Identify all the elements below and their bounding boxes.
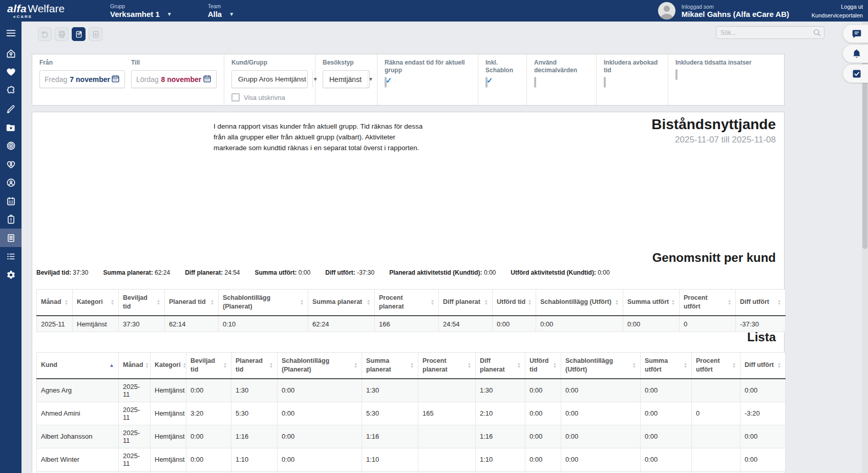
table-row[interactable]: Agnes Arg2025-11Hemtjänst0:001:300:001:3… — [37, 379, 786, 402]
column-header[interactable]: Kategori▲▼ — [151, 353, 186, 379]
search-input[interactable] — [716, 26, 824, 39]
notifications-button[interactable] — [842, 44, 868, 63]
reset-button[interactable] — [38, 27, 52, 41]
print-button[interactable] — [55, 27, 69, 41]
filter-checkbox[interactable] — [485, 77, 488, 88]
group-select[interactable]: Grupp Verksamhet 1▼ — [110, 3, 172, 18]
column-header[interactable]: Månad▲▼ — [119, 353, 151, 379]
table-cell: -3:20 — [740, 402, 786, 425]
vertical-scrollbar[interactable] — [862, 22, 868, 473]
portal-link[interactable]: Kundserviceportalen — [812, 12, 863, 18]
column-header-label: Utförd tid — [530, 357, 551, 374]
column-header-label: Schablontillägg (Utfört) — [540, 298, 611, 306]
table-cell: Alf Svensson — [37, 471, 119, 473]
sidebar-item-client-care[interactable] — [0, 155, 22, 173]
sort-icon: ▲▼ — [728, 299, 731, 305]
column-header[interactable]: Utförd tid▲▼ — [525, 353, 561, 379]
sidebar-item-signing[interactable] — [0, 99, 22, 118]
table-cell: 0:00 — [561, 402, 641, 425]
sidebar-item-settings[interactable] — [0, 265, 22, 284]
column-header[interactable]: Procent planerat▲▼ — [418, 353, 476, 379]
table-cell: 0 — [692, 402, 740, 425]
column-header[interactable]: Diff planerat▲▼ — [439, 290, 493, 316]
kundgrupp-select[interactable]: Grupp Aros Hemtjänst ▼ — [231, 70, 308, 88]
from-date-picker[interactable]: Fredag 7 november — [39, 70, 125, 88]
column-header[interactable]: Diff planerat▲▼ — [476, 353, 525, 379]
puzzle-icon — [6, 86, 16, 95]
logout-link[interactable]: Logga ut — [841, 4, 863, 10]
team-label: Team — [208, 3, 234, 9]
sidebar-item-modules[interactable] — [0, 81, 22, 99]
table-row[interactable]: Albert Winter2025-11Hemtjänst0:001:100:0… — [37, 448, 786, 471]
column-header[interactable]: Planerad tid▲▼ — [165, 290, 219, 316]
visa-utskrivna-checkbox[interactable] — [231, 93, 240, 101]
column-header[interactable]: Schablontillägg (Planerat)▲▼ — [278, 353, 362, 379]
filter-checkbox-label: Räkna endast tid för aktuell grupp — [385, 59, 471, 74]
summary-stat: Beviljad tid: 37:30 — [36, 269, 88, 276]
table-row[interactable]: Ahmed Amini2025-11Hemtjänst3:205:300:005… — [37, 402, 786, 425]
besokstyp-select[interactable]: Hemtjänst ▼ — [323, 70, 370, 88]
table-row[interactable]: Albert Johansson2025-11Hemtjänst0:001:16… — [37, 425, 786, 448]
till-date-picker[interactable]: Lördag 8 november — [131, 70, 217, 88]
chat-button[interactable] — [842, 24, 868, 43]
table-cell: Hemtjänst — [151, 379, 186, 402]
column-header[interactable]: Schablontillägg (Utfört)▲▼ — [536, 290, 623, 316]
column-header[interactable]: Diff utfört▲▼ — [740, 353, 786, 379]
sidebar-item-goals[interactable] — [0, 136, 22, 155]
sort-icon: ▲▼ — [732, 362, 736, 368]
avatar[interactable] — [658, 2, 675, 19]
column-header[interactable]: Månad▲▼ — [37, 290, 73, 316]
sidebar-item-clients[interactable] — [0, 173, 22, 192]
column-header[interactable]: Summa utfört▲▼ — [641, 353, 692, 379]
column-header[interactable]: Kategori▲▼ — [73, 290, 119, 316]
column-header[interactable]: Diff utfört▲▼ — [736, 290, 786, 316]
table-row[interactable]: 2025-11Hemtjänst37:3062:140:1062:2416624… — [37, 316, 786, 332]
sort-icon: ▲▼ — [484, 299, 488, 305]
column-header-label: Summa utfört — [645, 357, 682, 374]
column-header[interactable]: Summa planerat▲▼ — [308, 290, 375, 316]
sort-icon: ▲▼ — [553, 362, 557, 368]
column-header[interactable]: Summa planerat▲▼ — [362, 353, 418, 379]
print-icon — [58, 30, 66, 38]
app-window: alfaWelfare eCARE Grupp Verksamhet 1▼ Te… — [0, 0, 868, 473]
sidebar-item-reports[interactable] — [0, 229, 22, 247]
new-report-button[interactable] — [72, 27, 86, 41]
reset-icon — [41, 30, 49, 38]
column-header[interactable]: Beviljad tid▲▼ — [186, 353, 231, 379]
column-header[interactable]: Summa utfört▲▼ — [623, 290, 680, 316]
sidebar-item-care[interactable] — [0, 63, 22, 81]
table-cell: -37:30 — [736, 316, 786, 332]
table-row[interactable]: Alf Svensson2025-11Hemtjänst0:001:250:00… — [37, 471, 786, 473]
team-select[interactable]: Team Alla▼ — [208, 3, 234, 18]
column-header[interactable]: Schablontillägg (Utfört)▲▼ — [561, 353, 641, 379]
column-header[interactable]: Kund▲ — [37, 353, 119, 379]
summary-stat: Utförd aktivitetstid (Kundtid): 0:00 — [511, 269, 609, 276]
sidebar-item-archive[interactable] — [0, 118, 22, 136]
export-button[interactable] — [89, 27, 102, 41]
table-cell: 1:16 — [476, 425, 525, 448]
column-header[interactable]: Schablontillägg (Planerat)▲▼ — [219, 290, 308, 316]
sidebar-item-tasks[interactable] — [0, 210, 22, 229]
sidebar-item-menu[interactable] — [0, 22, 22, 44]
sidebar-item-home[interactable] — [0, 44, 22, 63]
column-header[interactable]: Utförd tid▲▼ — [493, 290, 536, 316]
column-header[interactable]: Procent planerat▲▼ — [375, 290, 439, 316]
sort-icon: ▲▼ — [269, 362, 273, 368]
column-header-label: Procent planerat — [422, 357, 465, 374]
column-header[interactable]: Planerad tid▲▼ — [231, 353, 278, 379]
sidebar-item-lists[interactable] — [0, 247, 22, 265]
filter-checkbox[interactable] — [534, 77, 536, 88]
besokstyp-value: Hemtjänst — [323, 75, 368, 84]
filter-checkbox[interactable] — [675, 69, 678, 80]
table-cell: 0:00 — [623, 316, 680, 332]
filter-checkbox[interactable] — [604, 77, 606, 88]
sidebar-item-calendar[interactable] — [0, 192, 22, 210]
list-table: Kund▲Månad▲▼Kategori▲▼Beviljad tid▲▼Plan… — [36, 352, 786, 473]
tasks-check-button[interactable] — [842, 64, 868, 83]
column-header[interactable]: Beviljad tid▲▼ — [119, 290, 165, 316]
sort-icon: ▲▼ — [615, 299, 619, 305]
column-header[interactable]: Procent utfört▲▼ — [692, 353, 740, 379]
filter-checkbox[interactable] — [385, 77, 387, 88]
table-cell: Agnes Arg — [37, 379, 119, 402]
column-header[interactable]: Procent utfört▲▼ — [680, 290, 736, 316]
